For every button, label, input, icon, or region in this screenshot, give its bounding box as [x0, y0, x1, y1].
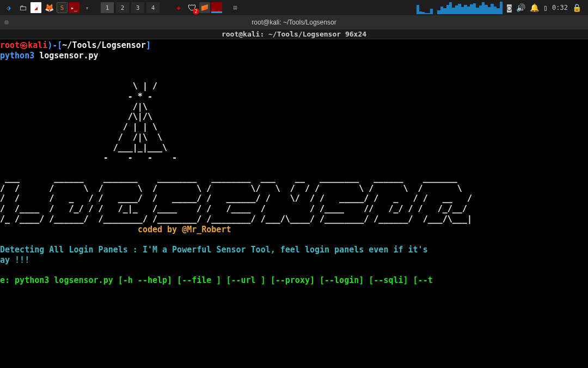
- sublime-s-icon[interactable]: S: [57, 2, 68, 13]
- workspace-3[interactable]: 3: [131, 2, 144, 13]
- terminal-icon[interactable]: ▸_: [69, 2, 79, 13]
- cpu-graph-icon[interactable]: [437, 1, 503, 14]
- terminal-dimensions: root@kali: ~/Tools/Logsensor 96x24: [222, 30, 366, 38]
- ascii-tree: \ | / - * - /|\ /\|/\ / | | \ / /|\ \ /_…: [0, 81, 177, 162]
- firefox-icon[interactable]: 🦊: [42, 1, 56, 14]
- away-line: ay !!!: [0, 255, 29, 265]
- workspace-2[interactable]: 2: [116, 2, 129, 13]
- prompt-sep1: )-[: [47, 40, 62, 50]
- skull-icon: ㉿: [20, 40, 28, 50]
- window-menu-icon[interactable]: [4, 20, 9, 25]
- shield-badge-icon[interactable]: 🛡 2: [186, 2, 198, 14]
- cpu-graph-mini-icon[interactable]: [416, 1, 433, 14]
- window-list-icon[interactable]: ⊞: [229, 1, 242, 14]
- coded-by: coded by @Mr_Robert: [138, 225, 231, 234]
- command-program: python3: [0, 51, 34, 61]
- ascii-logo: ___ ______ _______ ________ ________ ___…: [0, 173, 472, 224]
- dropdown-icon[interactable]: ▾: [81, 1, 94, 14]
- cherrytree-icon[interactable]: ◢: [30, 2, 41, 13]
- badge-count: 2: [193, 8, 199, 15]
- clock[interactable]: 0:32: [552, 4, 568, 11]
- usage-line: e: python3 logsensor.py [-h --help] [--f…: [0, 275, 433, 285]
- lock-icon[interactable]: 🔒: [572, 3, 581, 12]
- battery-icon[interactable]: ▯: [543, 3, 548, 12]
- workspace-1[interactable]: 1: [101, 2, 114, 13]
- prompt-user: root: [0, 40, 20, 50]
- detecting-line: Detecting All Login Panels : I'M a Power…: [0, 245, 433, 255]
- window-title: root@kali: ~/Tools/Logsensor: [252, 19, 336, 26]
- terminal-active-icon[interactable]: [211, 2, 222, 13]
- terminal-body[interactable]: root㉿kali)-[~/Tools/Logsensor] python3 l…: [0, 39, 588, 287]
- kali-menu-icon[interactable]: ⬗: [2, 1, 15, 14]
- taskbar: ⬗ 🗀 ◢ 🦊 S ▸_ ▾ 1 2 3 4 ◆ 🛡 2 ⊞ ◙ 🔊 🔔 ▯ 0…: [0, 0, 588, 15]
- file-manager-icon[interactable]: 🗀: [16, 1, 29, 14]
- window-titlebar[interactable]: root@kali: ~/Tools/Logsensor: [0, 15, 588, 29]
- volume-icon[interactable]: 🔊: [516, 3, 525, 12]
- app-diamond-icon[interactable]: ◆: [172, 1, 185, 14]
- terminal-dimensions-bar: root@kali: ~/Tools/Logsensor 96x24: [0, 29, 588, 39]
- command-arg: logsensor.py: [39, 51, 98, 61]
- sublime-icon[interactable]: [199, 2, 210, 13]
- prompt-sep2: ]: [146, 40, 151, 50]
- record-icon[interactable]: ◙: [507, 3, 511, 12]
- prompt-path: ~/Tools/Logsensor: [62, 40, 146, 50]
- prompt-host: kali: [28, 40, 47, 50]
- workspace-4[interactable]: 4: [146, 2, 160, 13]
- notifications-icon[interactable]: 🔔: [530, 3, 539, 12]
